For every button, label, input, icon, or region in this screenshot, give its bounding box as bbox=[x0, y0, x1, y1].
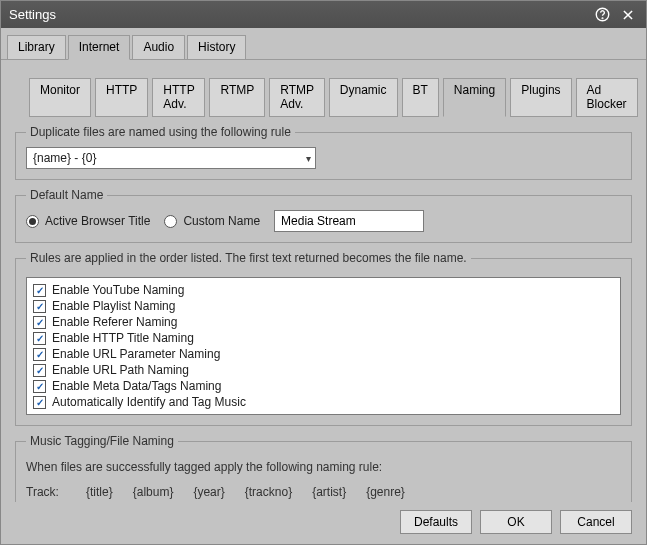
sub-tab-monitor[interactable]: Monitor bbox=[29, 78, 91, 117]
sub-tab-plugins[interactable]: Plugins bbox=[510, 78, 571, 117]
radio-custom-name-label: Custom Name bbox=[183, 214, 260, 228]
rule-item[interactable]: Enable Meta Data/Tags Naming bbox=[33, 378, 614, 394]
radio-custom-name[interactable]: Custom Name bbox=[164, 214, 260, 228]
radio-active-browser[interactable]: Active Browser Title bbox=[26, 214, 150, 228]
sub-tab-naming[interactable]: Naming bbox=[443, 78, 506, 117]
duplicate-fieldset: Duplicate files are named using the foll… bbox=[15, 125, 632, 180]
rule-label: Enable URL Parameter Naming bbox=[52, 347, 220, 361]
main-tab-history[interactable]: History bbox=[187, 35, 246, 60]
rule-label: Enable Referer Naming bbox=[52, 315, 177, 329]
rules-legend: Rules are applied in the order listed. T… bbox=[26, 251, 471, 265]
rule-label: Automatically Identify and Tag Music bbox=[52, 395, 246, 409]
main-tab-library[interactable]: Library bbox=[7, 35, 66, 60]
duplicate-legend: Duplicate files are named using the foll… bbox=[26, 125, 295, 139]
duplicate-rule-value: {name} - {0} bbox=[33, 151, 96, 165]
rule-label: Enable HTTP Title Naming bbox=[52, 331, 194, 345]
rule-item[interactable]: Automatically Identify and Tag Music bbox=[33, 394, 614, 410]
track-label: Track: bbox=[26, 481, 66, 502]
rule-item[interactable]: Enable YouTube Naming bbox=[33, 282, 614, 298]
checkbox-icon bbox=[33, 380, 46, 393]
custom-name-input[interactable] bbox=[274, 210, 424, 232]
track-token: {trackno} bbox=[245, 481, 292, 502]
tagging-intro: When files are successfully tagged apply… bbox=[26, 456, 621, 479]
cancel-button[interactable]: Cancel bbox=[560, 510, 632, 534]
radio-active-browser-label: Active Browser Title bbox=[45, 214, 150, 228]
main-tab-internet[interactable]: Internet bbox=[68, 35, 131, 60]
track-token: {album} bbox=[133, 481, 174, 502]
sub-tab-rtmp[interactable]: RTMP bbox=[209, 78, 265, 117]
default-name-fieldset: Default Name Active Browser Title Custom… bbox=[15, 188, 632, 243]
window-title: Settings bbox=[9, 7, 56, 22]
rules-list: Enable YouTube NamingEnable Playlist Nam… bbox=[26, 277, 621, 415]
main-tabs: LibraryInternetAudioHistory bbox=[1, 28, 646, 60]
main-tab-audio[interactable]: Audio bbox=[132, 35, 185, 60]
tagging-help: When files are successfully tagged apply… bbox=[26, 456, 621, 502]
track-token: {genre} bbox=[366, 481, 405, 502]
track-token: {title} bbox=[86, 481, 113, 502]
rule-label: Enable Meta Data/Tags Naming bbox=[52, 379, 221, 393]
content-area: MonitorHTTPHTTP Adv.RTMPRTMP Adv.Dynamic… bbox=[1, 60, 646, 502]
tagging-legend: Music Tagging/File Naming bbox=[26, 434, 178, 448]
defaults-button[interactable]: Defaults bbox=[400, 510, 472, 534]
default-name-legend: Default Name bbox=[26, 188, 107, 202]
duplicate-rule-select[interactable]: {name} - {0} ▾ bbox=[26, 147, 316, 169]
close-icon[interactable] bbox=[618, 5, 638, 25]
rule-item[interactable]: Enable Referer Naming bbox=[33, 314, 614, 330]
rule-item[interactable]: Enable Playlist Naming bbox=[33, 298, 614, 314]
sub-tab-rtmp-adv-[interactable]: RTMP Adv. bbox=[269, 78, 325, 117]
sub-tabs: MonitorHTTPHTTP Adv.RTMPRTMP Adv.Dynamic… bbox=[15, 68, 632, 117]
checkbox-icon bbox=[33, 300, 46, 313]
checkbox-icon bbox=[33, 396, 46, 409]
checkbox-icon bbox=[33, 364, 46, 377]
track-token: {artist} bbox=[312, 481, 346, 502]
sub-tab-http-adv-[interactable]: HTTP Adv. bbox=[152, 78, 205, 117]
rules-fieldset: Rules are applied in the order listed. T… bbox=[15, 251, 632, 426]
radio-icon bbox=[26, 215, 39, 228]
titlebar: Settings bbox=[1, 1, 646, 28]
checkbox-icon bbox=[33, 332, 46, 345]
track-tokens-row: Track:{title}{album}{year}{trackno}{arti… bbox=[26, 481, 621, 502]
checkbox-icon bbox=[33, 348, 46, 361]
radio-icon bbox=[164, 215, 177, 228]
sub-tab-http[interactable]: HTTP bbox=[95, 78, 148, 117]
settings-window: Settings LibraryInternetAudioHistory Mon… bbox=[0, 0, 647, 545]
sub-tab-ad-blocker[interactable]: Ad Blocker bbox=[576, 78, 638, 117]
sub-tab-bt[interactable]: BT bbox=[402, 78, 439, 117]
help-icon[interactable] bbox=[592, 5, 612, 25]
svg-point-1 bbox=[602, 18, 603, 19]
checkbox-icon bbox=[33, 316, 46, 329]
tagging-fieldset: Music Tagging/File Naming When files are… bbox=[15, 434, 632, 502]
rule-label: Enable Playlist Naming bbox=[52, 299, 175, 313]
dialog-buttons: Defaults OK Cancel bbox=[1, 502, 646, 544]
checkbox-icon bbox=[33, 284, 46, 297]
rule-label: Enable YouTube Naming bbox=[52, 283, 184, 297]
sub-tab-dynamic[interactable]: Dynamic bbox=[329, 78, 398, 117]
rule-item[interactable]: Enable URL Parameter Naming bbox=[33, 346, 614, 362]
rule-item[interactable]: Enable HTTP Title Naming bbox=[33, 330, 614, 346]
ok-button[interactable]: OK bbox=[480, 510, 552, 534]
track-token: {year} bbox=[193, 481, 224, 502]
rule-item[interactable]: Enable URL Path Naming bbox=[33, 362, 614, 378]
rule-label: Enable URL Path Naming bbox=[52, 363, 189, 377]
chevron-down-icon: ▾ bbox=[306, 153, 311, 164]
